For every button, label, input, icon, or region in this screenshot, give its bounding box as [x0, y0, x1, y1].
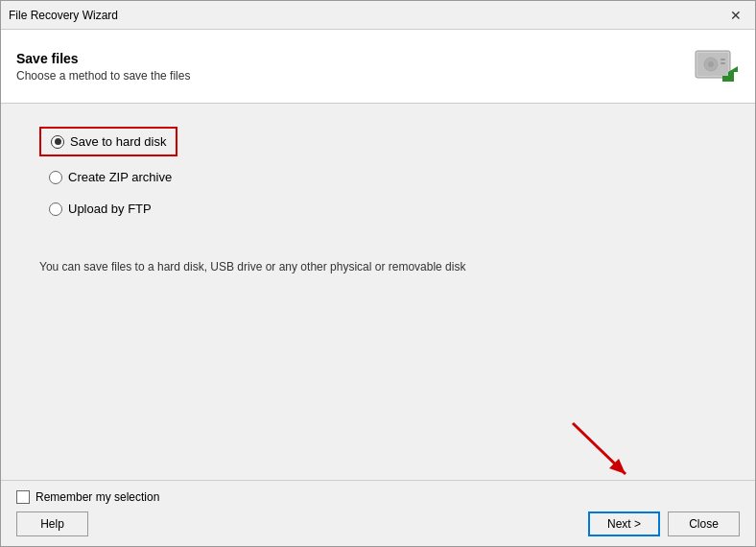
- page-title: Save files: [16, 51, 190, 66]
- arrow-indicator: [563, 418, 640, 486]
- radio-hard-disk[interactable]: [51, 135, 64, 149]
- options-group: Save to hard disk Create ZIP archive Upl…: [39, 127, 717, 220]
- radio-dot: [55, 138, 61, 145]
- disk-icon: [690, 41, 740, 91]
- header-icon: [690, 41, 740, 91]
- remember-label: Remember my selection: [35, 490, 159, 504]
- svg-point-3: [708, 61, 714, 67]
- remember-checkbox[interactable]: [16, 490, 30, 504]
- option-hard-disk-label: Save to hard disk: [70, 134, 166, 149]
- title-bar: File Recovery Wizard ✕: [1, 1, 755, 30]
- radio-zip[interactable]: [49, 171, 62, 184]
- description-text: You can save files to a hard disk, USB d…: [39, 258, 717, 275]
- remember-row: Remember my selection: [16, 490, 740, 504]
- content-area: Save to hard disk Create ZIP archive Upl…: [1, 104, 755, 480]
- option-ftp[interactable]: Upload by FTP: [39, 198, 161, 220]
- next-button[interactable]: Next >: [588, 511, 660, 536]
- page-subtitle: Choose a method to save the files: [16, 69, 190, 83]
- footer-section: Remember my selection Help Next > Close: [1, 480, 755, 546]
- button-row: Help Next > Close: [16, 511, 740, 536]
- header-text: Save files Choose a method to save the f…: [16, 51, 190, 83]
- wizard-window: File Recovery Wizard ✕ Save files Choose…: [0, 0, 756, 547]
- radio-ftp[interactable]: [49, 202, 62, 216]
- spacer: [39, 275, 717, 457]
- close-window-button[interactable]: ✕: [724, 6, 747, 25]
- option-hard-disk[interactable]: Save to hard disk: [39, 127, 177, 156]
- help-button[interactable]: Help: [16, 511, 88, 536]
- option-zip[interactable]: Create ZIP archive: [39, 166, 181, 188]
- window-title: File Recovery Wizard: [9, 9, 118, 22]
- close-button[interactable]: Close: [668, 511, 740, 536]
- svg-rect-4: [721, 59, 725, 60]
- option-zip-label: Create ZIP archive: [68, 170, 172, 184]
- svg-rect-5: [721, 62, 725, 64]
- option-ftp-label: Upload by FTP: [68, 202, 152, 216]
- header-section: Save files Choose a method to save the f…: [1, 30, 755, 104]
